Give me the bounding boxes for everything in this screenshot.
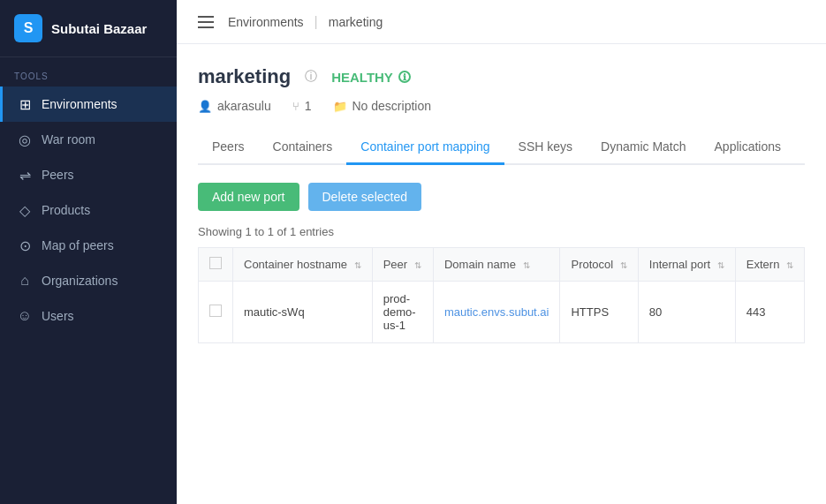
row-checkbox[interactable] — [209, 305, 222, 317]
sidebar-item-label: Users — [42, 309, 74, 323]
sidebar-item-label: War room — [42, 132, 95, 147]
environments-icon: ⊞ — [17, 96, 33, 112]
topbar: Environments | marketing — [177, 0, 826, 44]
tab-applications[interactable]: Applications — [701, 131, 796, 165]
row-checkbox-cell — [199, 282, 233, 343]
map-icon: ⊙ — [17, 237, 33, 253]
sidebar-item-label: Organizations — [42, 274, 117, 288]
env-user: 👤 akarasulu — [198, 99, 271, 113]
sidebar-item-label: Map of peers — [42, 238, 114, 252]
sidebar-item-products[interactable]: ◇ Products — [0, 192, 177, 228]
env-user-label: akarasulu — [217, 99, 271, 113]
sidebar-item-peers[interactable]: ⇌ Peers — [0, 157, 177, 192]
select-all-checkbox[interactable] — [209, 257, 222, 269]
sidebar-section-label: TOOLS — [0, 57, 177, 87]
users-icon: ☺ — [17, 308, 33, 324]
tabs: Peers Containers Container port mapping … — [198, 131, 805, 165]
folder-icon: 📁 — [333, 100, 347, 113]
env-status: HEALTHY — [331, 70, 411, 85]
sidebar-logo: S Subutai Bazaar — [0, 0, 177, 57]
row-internal-port: 80 — [638, 282, 735, 343]
products-icon: ◇ — [17, 202, 33, 218]
tab-container-port-mapping[interactable]: Container port mapping — [346, 131, 504, 165]
col-external-port-label: Extern — [746, 258, 780, 271]
row-domain-name[interactable]: mautic.envs.subut.ai — [433, 282, 560, 343]
sidebar-item-label: Environments — [42, 97, 117, 111]
sort-icon: ⇅ — [523, 260, 530, 270]
main-content: Environments | marketing marketing ⓘ HEA… — [177, 0, 826, 504]
col-domain-name[interactable]: Domain name ⇅ — [433, 248, 560, 282]
col-peer-label: Peer — [383, 258, 407, 271]
add-new-port-button[interactable]: Add new port — [198, 183, 299, 211]
env-meta: 👤 akarasulu ⑂ 1 📁 No description — [198, 99, 805, 113]
peers-icon: ⇌ — [17, 167, 33, 183]
tab-dynamic-match[interactable]: Dynamic Match — [587, 131, 700, 165]
col-internal-port[interactable]: Internal port ⇅ — [638, 248, 735, 282]
showing-text: Showing 1 to 1 of 1 entries — [198, 225, 805, 238]
user-icon: 👤 — [198, 100, 212, 113]
col-container-hostname-label: Container hostname — [244, 258, 347, 271]
col-protocol[interactable]: Protocol ⇅ — [560, 248, 638, 282]
col-peer[interactable]: Peer ⇅ — [372, 248, 433, 282]
sort-icon: ⇅ — [620, 260, 627, 270]
logo-text: Subutai Bazaar — [51, 21, 147, 36]
breadcrumb-separator: | — [314, 14, 318, 30]
sidebar-item-map-of-peers[interactable]: ⊙ Map of peers — [0, 228, 177, 263]
port-mapping-table: Container hostname ⇅ Peer ⇅ Domain name … — [198, 247, 805, 343]
tab-peers[interactable]: Peers — [198, 131, 259, 165]
col-domain-name-label: Domain name — [444, 258, 516, 271]
war-room-icon: ◎ — [17, 132, 33, 147]
col-protocol-label: Protocol — [571, 258, 613, 271]
sort-icon: ⇅ — [414, 260, 421, 270]
env-description-label: No description — [352, 99, 432, 113]
col-internal-port-label: Internal port — [649, 258, 710, 271]
fork-icon: ⑂ — [292, 100, 299, 113]
tab-containers[interactable]: Containers — [259, 131, 347, 165]
row-protocol: HTTPS — [560, 282, 638, 343]
row-external-port: 443 — [735, 282, 804, 343]
col-container-hostname[interactable]: Container hostname ⇅ — [233, 248, 373, 282]
sort-icon: ⇅ — [786, 260, 793, 270]
row-peer: prod-demo-us-1 — [372, 282, 433, 343]
env-description: 📁 No description — [333, 99, 432, 113]
hamburger-menu[interactable] — [194, 12, 217, 32]
env-name: marketing — [198, 65, 291, 88]
row-container-hostname: mautic-sWq — [233, 282, 373, 343]
env-header: marketing ⓘ HEALTHY — [198, 65, 805, 88]
domain-link[interactable]: mautic.envs.subut.ai — [444, 305, 549, 319]
table-actions: Add new port Delete selected — [198, 183, 805, 211]
table-section: Add new port Delete selected Showing 1 t… — [198, 165, 805, 361]
col-checkbox — [199, 248, 233, 282]
organizations-icon: ⌂ — [17, 273, 33, 289]
sidebar-item-label: Peers — [42, 168, 74, 182]
env-info-icon[interactable]: ⓘ — [305, 69, 317, 85]
sort-icon: ⇅ — [717, 260, 724, 270]
breadcrumb-environments[interactable]: Environments — [228, 15, 304, 29]
env-peers-count: 1 — [305, 99, 312, 113]
env-peers: ⑂ 1 — [292, 99, 312, 113]
delete-selected-button[interactable]: Delete selected — [308, 183, 422, 211]
tab-ssh-keys[interactable]: SSH keys — [504, 131, 587, 165]
status-icon — [398, 71, 411, 83]
table-row: mautic-sWq prod-demo-us-1 mautic.envs.su… — [199, 282, 805, 343]
breadcrumb-current: marketing — [329, 15, 383, 29]
page-content: marketing ⓘ HEALTHY 👤 akarasulu ⑂ 1 📁 No… — [177, 44, 826, 504]
sort-icon: ⇅ — [354, 260, 361, 270]
status-label: HEALTHY — [331, 70, 393, 85]
sidebar-item-users[interactable]: ☺ Users — [0, 298, 177, 334]
sidebar: S Subutai Bazaar TOOLS ⊞ Environments ◎ … — [0, 0, 177, 504]
sidebar-item-war-room[interactable]: ◎ War room — [0, 122, 177, 157]
logo-icon: S — [14, 14, 42, 42]
sidebar-item-label: Products — [42, 203, 90, 217]
sidebar-item-organizations[interactable]: ⌂ Organizations — [0, 263, 177, 298]
sidebar-item-environments[interactable]: ⊞ Environments — [0, 87, 177, 122]
col-external-port[interactable]: Extern ⇅ — [735, 248, 804, 282]
